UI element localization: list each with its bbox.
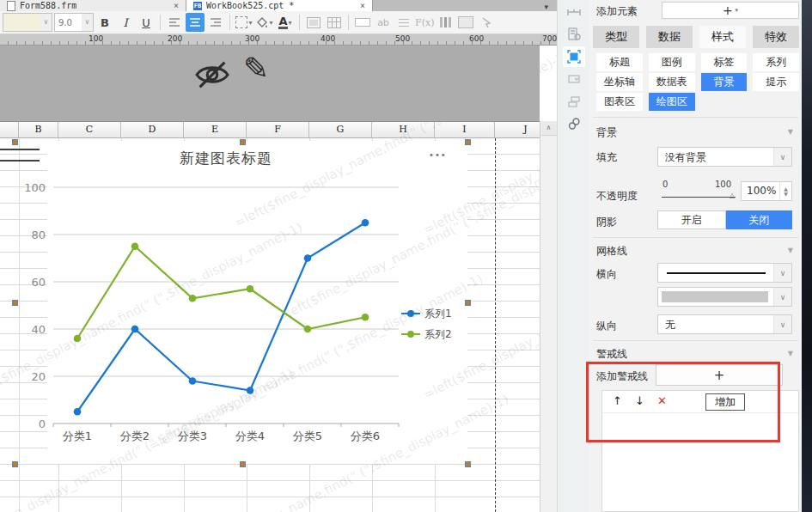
table-grid-button[interactable] — [325, 13, 344, 32]
section-alertline[interactable]: 警戒线 ▼ — [596, 347, 795, 361]
chart-menu-icon[interactable]: ••• — [429, 150, 447, 160]
slider-thumb-icon[interactable]: △ — [730, 192, 735, 199]
selection-handle[interactable] — [240, 461, 246, 467]
subtab-标签[interactable]: 标签 — [701, 53, 748, 71]
fill-color-button[interactable]: ▾ — [255, 13, 274, 32]
add-element-select[interactable]: + ▾ — [662, 2, 799, 19]
vertical-gridline-value: 无 — [665, 318, 675, 332]
ruler-mark: 300 — [245, 34, 259, 43]
column-header-I[interactable]: I — [435, 121, 495, 137]
ab-text-icon: ab — [377, 17, 389, 28]
panel-tab-类型[interactable]: 类型 — [593, 26, 639, 48]
column-header-D[interactable]: D — [121, 121, 184, 137]
column-header-G[interactable]: G — [309, 121, 372, 137]
selection-handle[interactable] — [12, 139, 18, 145]
y-axis-label: 20 — [31, 370, 46, 383]
font-family-select[interactable]: ∨ — [3, 13, 52, 32]
column-header-H[interactable]: H — [372, 121, 435, 137]
subtab-数据表[interactable]: 数据表 — [649, 73, 695, 91]
toolbar-separator — [229, 15, 230, 30]
component-selected-icon[interactable] — [563, 46, 585, 67]
link-icon[interactable] — [563, 113, 585, 134]
subtab-系列[interactable]: 系列 — [753, 53, 799, 71]
visibility-off-icon[interactable] — [193, 59, 231, 90]
edit-pencil-icon[interactable]: ✎ — [243, 51, 269, 86]
insert-formula-button[interactable]: F(x) — [415, 13, 434, 32]
subtab-标题[interactable]: 标题 — [596, 53, 643, 71]
panel-tab-数据[interactable]: 数据 — [646, 26, 693, 48]
close-icon[interactable]: × — [174, 1, 179, 10]
subtab-坐标轴[interactable]: 坐标轴 — [596, 73, 643, 91]
align-right-button[interactable] — [206, 13, 225, 32]
column-header-B[interactable]: B — [19, 121, 58, 137]
bold-button[interactable]: B — [95, 13, 114, 32]
italic-button[interactable]: I — [116, 13, 135, 32]
ruler-mark: 500 — [395, 34, 410, 43]
font-color-button[interactable]: A▾ — [276, 13, 295, 32]
widget-settings-icon[interactable] — [563, 24, 585, 45]
opacity-min: 0 — [662, 180, 668, 189]
spinner-arrows[interactable]: ▲▼ — [779, 182, 791, 200]
border-button[interactable]: ▾ — [235, 13, 253, 32]
horizontal-line-style-select[interactable]: ∨ — [657, 263, 792, 283]
scroll-up-arrow[interactable]: ∧ — [540, 121, 557, 136]
opacity-slider[interactable] — [662, 197, 736, 198]
shadow-off-button[interactable]: 关闭 — [726, 210, 793, 229]
column-header-F[interactable]: F — [247, 121, 309, 137]
vertical-gridline-select[interactable]: 无 ∨ — [657, 314, 792, 334]
document-tabbar: Form588.frm × FB WorkBook525.cpt * × ▾ — [0, 0, 557, 11]
shadow-on-button[interactable]: 开启 — [657, 210, 726, 229]
column-header-E[interactable]: E — [184, 121, 247, 137]
finereport-designer-window: Form588.frm × FB WorkBook525.cpt * × ▾ ∨… — [0, 0, 812, 512]
collapse-arrow-icon[interactable]: ▼ — [788, 350, 793, 357]
collapse-arrow-icon[interactable]: ▼ — [788, 247, 793, 254]
column-headers[interactable]: BCDEFGHIJ — [0, 121, 540, 138]
selection-handle[interactable] — [465, 461, 471, 467]
panel-tab-样式[interactable]: 样式 — [699, 26, 746, 48]
align-center-button[interactable] — [186, 13, 205, 32]
selection-handle[interactable] — [240, 139, 246, 145]
section-background[interactable]: 背景 ▼ — [596, 125, 795, 139]
selection-handle[interactable] — [465, 139, 471, 145]
subtab-背景[interactable]: 背景 — [701, 73, 748, 91]
horizontal-line-color-select[interactable]: ∨ — [657, 287, 792, 307]
dropdown-widget-icon[interactable] — [563, 69, 585, 89]
layers-icon[interactable] — [563, 91, 585, 112]
legend-label: 系列1 — [424, 308, 452, 320]
insert-chart-button[interactable] — [436, 13, 455, 32]
subtab-图表区[interactable]: 图表区 — [596, 93, 643, 111]
report-canvas[interactable]: ✎ BCDEFGHIJ 020406080100分类1分类2分类3分类4分类5分… — [0, 46, 557, 512]
chevron-down-icon: ▾ — [289, 19, 292, 27]
column-header[interactable] — [0, 121, 19, 137]
insert-text-button[interactable]: ab — [374, 13, 393, 32]
close-icon[interactable]: × — [360, 1, 365, 10]
subtab-图例[interactable]: 图例 — [649, 53, 695, 71]
insert-image-button[interactable] — [456, 13, 475, 32]
subtab-绘图区[interactable]: 绘图区 — [649, 93, 695, 111]
underline-button[interactable]: U — [137, 13, 156, 32]
subtab-提示[interactable]: 提示 — [753, 73, 799, 91]
y-axis-label: 0 — [39, 418, 46, 430]
tab-form588[interactable]: Form588.frm × — [0, 0, 186, 11]
opacity-spinner[interactable]: 100% ▲▼ — [741, 181, 792, 201]
collapse-arrow-icon[interactable]: ▼ — [788, 128, 793, 136]
pointer-tool-button[interactable] — [477, 13, 496, 32]
section-gridline[interactable]: 网格线 ▼ — [596, 244, 795, 258]
font-size-select[interactable]: 9.0∨ — [54, 13, 94, 32]
insert-widget-button[interactable] — [353, 13, 372, 32]
selection-handle[interactable] — [465, 300, 471, 306]
merge-cells-button[interactable] — [304, 13, 323, 32]
insert-richtext-button[interactable] — [394, 13, 413, 32]
chart-component[interactable]: 020406080100分类1分类2分类3分类4分类5分类6系列1系列2新建图表… — [15, 141, 467, 464]
panel-tab-特效[interactable]: 特效 — [753, 26, 799, 48]
column-header-C[interactable]: C — [58, 121, 121, 137]
selection-handle[interactable] — [12, 461, 18, 467]
fill-select[interactable]: 没有背景 ∨ — [657, 147, 792, 167]
align-left-button[interactable] — [165, 13, 184, 32]
line-chart[interactable]: 020406080100分类1分类2分类3分类4分类5分类6系列1系列2新建图表… — [15, 141, 467, 464]
vertical-scrollbar[interactable]: ∧ — [540, 121, 557, 512]
selection-handle[interactable] — [12, 300, 18, 306]
cell-attributes-icon[interactable] — [563, 2, 585, 22]
tab-list-dropdown-icon[interactable]: ▾ — [544, 3, 548, 11]
tab-workbook525[interactable]: FB WorkBook525.cpt * × — [186, 0, 373, 11]
